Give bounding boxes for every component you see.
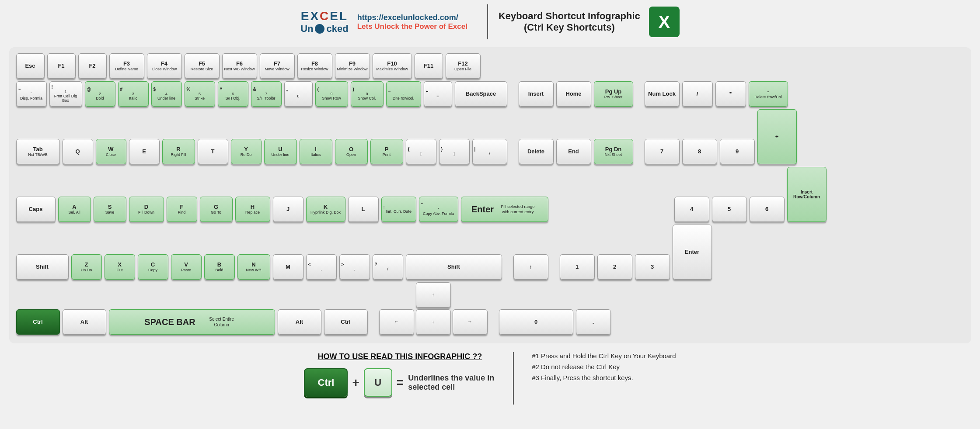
key-c[interactable]: C Copy bbox=[138, 254, 168, 280]
key-f6[interactable]: F6 Next WB Window bbox=[222, 53, 257, 79]
key-a[interactable]: A Sel. All bbox=[58, 197, 91, 222]
key-x[interactable]: X Cut bbox=[105, 254, 135, 280]
key-alt-left[interactable]: Alt bbox=[63, 309, 106, 335]
key-v[interactable]: V Paste bbox=[171, 254, 202, 280]
key-f[interactable]: F Find bbox=[167, 197, 197, 222]
key-r[interactable]: R Right Fill bbox=[162, 139, 195, 164]
key-f12[interactable]: F12 Open File bbox=[446, 53, 481, 79]
legend-ctrl-key[interactable]: Ctrl bbox=[304, 368, 348, 397]
key-num3[interactable]: 3 bbox=[635, 254, 670, 280]
key-q[interactable]: Q bbox=[63, 139, 93, 164]
key-num7[interactable]: 7 bbox=[645, 139, 680, 164]
key-2[interactable]: @ 2 Bold bbox=[85, 81, 115, 107]
key-num6[interactable]: 6 bbox=[750, 197, 785, 222]
key-d[interactable]: D Fill Down bbox=[129, 197, 164, 222]
key-i[interactable]: I Italics bbox=[300, 139, 332, 164]
key-5[interactable]: % 5 Strike bbox=[185, 81, 215, 107]
key-arrow-left[interactable]: ← bbox=[379, 309, 414, 335]
key-num0[interactable]: 0 bbox=[499, 309, 573, 335]
key-0[interactable]: ) 0 Show Col. bbox=[351, 81, 384, 107]
key-ctrl-right[interactable]: Ctrl bbox=[324, 309, 368, 335]
key-delete[interactable]: Delete bbox=[519, 139, 554, 164]
key-9[interactable]: ( 9 Show Row bbox=[315, 81, 348, 107]
key-arrow-down[interactable]: ↓ bbox=[416, 309, 451, 335]
key-equals[interactable]: + = bbox=[424, 81, 452, 107]
key-n[interactable]: N New WB bbox=[237, 254, 270, 280]
key-num1[interactable]: 1 bbox=[560, 254, 595, 280]
key-k[interactable]: K Hyprlink Dlg. Box bbox=[306, 197, 345, 222]
key-w[interactable]: W Close bbox=[96, 139, 126, 164]
key-l[interactable]: L bbox=[348, 197, 379, 222]
key-f10[interactable]: F10 Maximize Window bbox=[373, 53, 412, 79]
key-insert-rowcol[interactable]: Insert Row/Column bbox=[787, 167, 827, 222]
key-8[interactable]: * 8 bbox=[284, 81, 313, 107]
key-backspace[interactable]: BackSpace bbox=[455, 81, 507, 107]
key-esc[interactable]: Esc bbox=[16, 53, 45, 79]
key-pipe[interactable]: | \ bbox=[472, 139, 507, 164]
key-s[interactable]: S Save bbox=[94, 197, 126, 222]
key-g[interactable]: G Go To bbox=[200, 197, 233, 222]
key-e[interactable]: E bbox=[129, 139, 160, 164]
key-f11[interactable]: F11 bbox=[415, 53, 443, 79]
key-arrow-up-bottom[interactable]: ↑ bbox=[416, 282, 451, 308]
key-num8[interactable]: 8 bbox=[682, 139, 717, 164]
key-f8[interactable]: F8 Resize Window bbox=[297, 53, 332, 79]
key-f5[interactable]: F5 Restore Size bbox=[185, 53, 220, 79]
key-numlock[interactable]: Num Lock bbox=[645, 81, 680, 107]
key-minus[interactable]: _ - Dlte row/col. bbox=[386, 81, 421, 107]
key-numstar[interactable]: * bbox=[715, 81, 746, 107]
key-brace-close[interactable]: } ] bbox=[439, 139, 470, 164]
key-home[interactable]: Home bbox=[556, 81, 591, 107]
key-u[interactable]: U Under line bbox=[264, 139, 297, 164]
key-pgdn[interactable]: Pg Dn Nxt Sheet bbox=[594, 139, 633, 164]
key-less[interactable]: < , bbox=[306, 254, 337, 280]
key-shift-right[interactable]: Shift bbox=[406, 254, 502, 280]
key-f7[interactable]: F7 Move Window bbox=[260, 53, 295, 79]
key-numplus[interactable]: + bbox=[757, 109, 797, 164]
key-t[interactable]: T bbox=[198, 139, 228, 164]
key-num9[interactable]: 9 bbox=[720, 139, 755, 164]
key-b[interactable]: B Bold bbox=[204, 254, 235, 280]
key-tilde[interactable]: ~ ` Disp. Formla bbox=[16, 81, 47, 107]
key-end[interactable]: End bbox=[556, 139, 591, 164]
key-7[interactable]: & 7 S/H Toolbr bbox=[251, 81, 282, 107]
key-insert[interactable]: Insert bbox=[519, 81, 554, 107]
key-f3[interactable]: F3 Define Name bbox=[109, 53, 144, 79]
key-tab[interactable]: Tab Nxt TB/WB bbox=[16, 139, 60, 164]
key-arrow-right[interactable]: → bbox=[453, 309, 488, 335]
key-arrow-up[interactable]: ↑ bbox=[513, 254, 548, 280]
key-h[interactable]: H Replace bbox=[235, 197, 270, 222]
key-quote[interactable]: " ' Copy Abv. Formla bbox=[419, 197, 458, 222]
key-enter-main[interactable]: Enter Fill selected range with current e… bbox=[461, 197, 548, 222]
key-pgup[interactable]: Pg Up Prv. Sheet bbox=[594, 81, 633, 107]
key-p[interactable]: P Print bbox=[370, 139, 403, 164]
key-ctrl-left[interactable]: Ctrl bbox=[16, 309, 60, 335]
key-f9[interactable]: F9 Minimize Window bbox=[335, 53, 370, 79]
key-j[interactable]: J bbox=[273, 197, 303, 222]
key-question[interactable]: ? / bbox=[373, 254, 403, 280]
key-num2[interactable]: 2 bbox=[597, 254, 632, 280]
key-greater[interactable]: > . bbox=[339, 254, 370, 280]
key-4[interactable]: $ 4 Under line bbox=[151, 81, 182, 107]
key-y[interactable]: Y Re Do bbox=[231, 139, 262, 164]
key-num4[interactable]: 4 bbox=[674, 197, 709, 222]
key-f1[interactable]: F1 bbox=[47, 53, 76, 79]
key-f4[interactable]: F4 Close Window bbox=[147, 53, 182, 79]
key-1[interactable]: ! 1 Frmt Cell Dlg Box bbox=[49, 81, 82, 107]
key-z[interactable]: Z Un Do bbox=[71, 254, 102, 280]
key-m[interactable]: M bbox=[273, 254, 303, 280]
key-semicolon[interactable]: : Inrt. Curr. Date bbox=[381, 197, 416, 222]
key-f2[interactable]: F2 bbox=[78, 53, 107, 79]
key-3[interactable]: # 3 Italic bbox=[118, 81, 149, 107]
key-o[interactable]: O Open bbox=[335, 139, 368, 164]
key-numslash[interactable]: / bbox=[682, 81, 713, 107]
key-shift-left[interactable]: Shift bbox=[16, 254, 69, 280]
key-num-enter[interactable]: Enter bbox=[673, 225, 712, 280]
key-brace-open[interactable]: { [ bbox=[406, 139, 436, 164]
key-alt-right[interactable]: Alt bbox=[278, 309, 321, 335]
key-spacebar[interactable]: SPACE BAR Select Entire Column bbox=[109, 309, 275, 335]
key-6[interactable]: ^ 6 S/H Obj. bbox=[218, 81, 248, 107]
key-numdot[interactable]: . bbox=[576, 309, 611, 335]
key-caps[interactable]: Caps bbox=[16, 197, 56, 222]
legend-u-key[interactable]: U bbox=[364, 368, 392, 397]
